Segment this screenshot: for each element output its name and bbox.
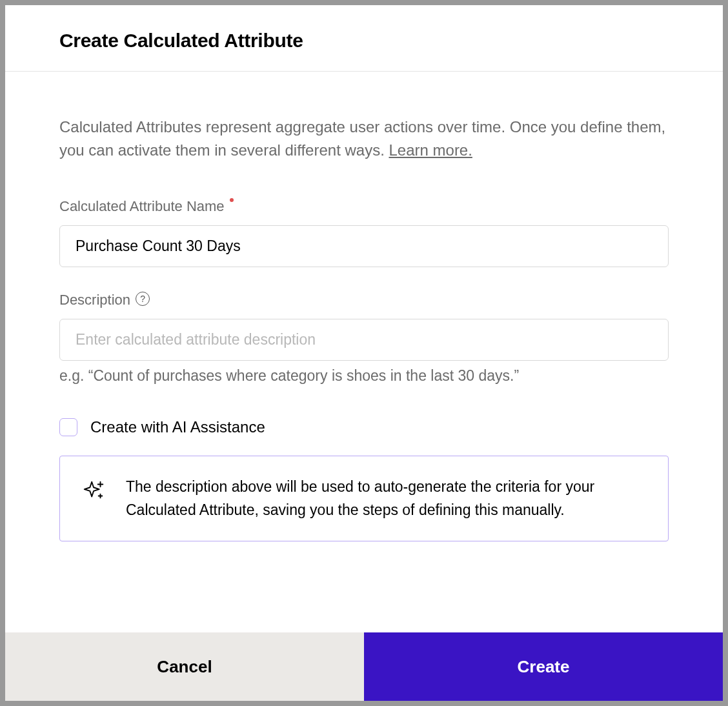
cancel-button[interactable]: Cancel — [5, 632, 364, 701]
intro-copy: Calculated Attributes represent aggregat… — [59, 118, 665, 159]
ai-assist-label: Create with AI Assistance — [90, 418, 265, 436]
modal-header: Create Calculated Attribute — [5, 5, 723, 72]
create-calculated-attribute-modal: Create Calculated Attribute Calculated A… — [5, 5, 723, 701]
name-field-label: Calculated Attribute Name — [59, 198, 669, 215]
required-indicator-icon — [230, 198, 234, 202]
help-icon[interactable]: ? — [136, 292, 150, 306]
description-label-text: Description — [59, 292, 130, 308]
name-input[interactable] — [59, 225, 669, 267]
intro-text: Calculated Attributes represent aggregat… — [59, 116, 669, 162]
ai-assist-checkbox[interactable] — [59, 418, 77, 436]
name-field-group: Calculated Attribute Name — [59, 198, 669, 267]
description-input[interactable] — [59, 319, 669, 361]
description-field-group: Description ? e.g. “Count of purchases w… — [59, 292, 669, 385]
modal-title: Create Calculated Attribute — [59, 30, 669, 52]
create-button[interactable]: Create — [364, 632, 723, 701]
description-hint: e.g. “Count of purchases where category … — [59, 367, 669, 385]
learn-more-link[interactable]: Learn more. — [389, 141, 472, 159]
modal-body: Calculated Attributes represent aggregat… — [5, 72, 723, 632]
modal-footer: Cancel Create — [5, 632, 723, 701]
sparkle-icon — [82, 478, 106, 503]
ai-info-box: The description above will be used to au… — [59, 456, 669, 541]
ai-info-text: The description above will be used to au… — [126, 476, 646, 521]
ai-assist-row: Create with AI Assistance — [59, 418, 669, 436]
description-field-label: Description ? — [59, 292, 669, 308]
name-label-text: Calculated Attribute Name — [59, 198, 225, 215]
